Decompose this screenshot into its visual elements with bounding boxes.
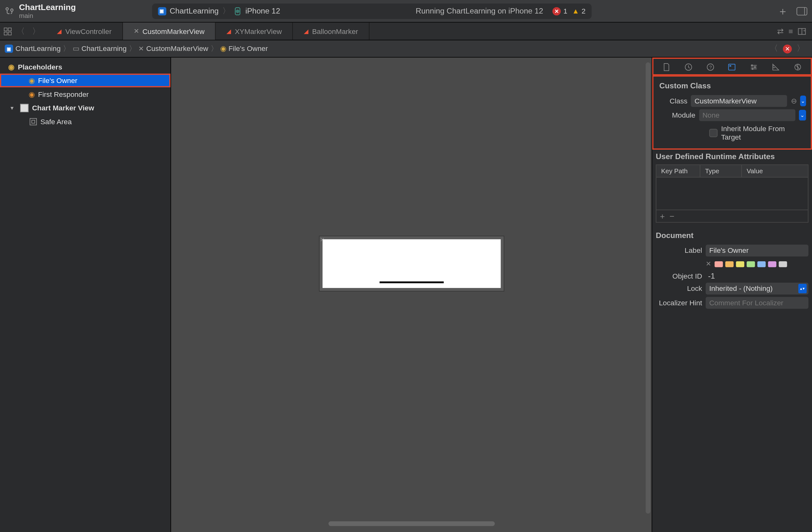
connections-inspector-tab[interactable] <box>792 61 803 73</box>
remove-attr-button[interactable]: − <box>669 211 674 221</box>
issue-badge[interactable]: ✕ <box>783 44 792 53</box>
outline-chart-marker-view[interactable]: ▾ Chart Marker View <box>0 101 171 115</box>
color-swatch[interactable] <box>746 261 755 267</box>
canvas-horizontal-scrollbar[interactable] <box>328 521 495 526</box>
warning-count: 2 <box>581 7 585 15</box>
inspector-panel: ? Custom Class Class <box>652 58 812 532</box>
crumb-separator: 〉 <box>61 44 73 54</box>
disclosure-icon[interactable]: ▾ <box>11 105 17 111</box>
scheme-status-bar[interactable]: ▣ ChartLearning 〉 iPhone 12 Running Char… <box>152 3 592 18</box>
crumb-file[interactable]: ✕ CustomMarkerView <box>139 45 208 53</box>
size-inspector-tab[interactable] <box>770 61 782 73</box>
lock-select[interactable]: Inherited - (Nothing) ▴▾ <box>706 283 809 295</box>
ib-view-container[interactable]: ✕ <box>319 236 504 292</box>
outline-label: First Responder <box>38 90 89 98</box>
device-icon <box>233 7 242 15</box>
error-count: 1 <box>563 7 567 15</box>
add-button[interactable]: ＋ <box>778 4 788 18</box>
xib-icon: ✕ <box>134 27 139 35</box>
cube-icon: ◉ <box>29 90 34 98</box>
class-dropdown-button[interactable]: ⌄ <box>800 95 806 106</box>
attributes-inspector-tab[interactable] <box>748 61 760 73</box>
localizer-hint-input[interactable] <box>706 297 809 309</box>
label-color-swatches: ✕ <box>652 258 812 270</box>
crumb-project[interactable]: ▣ ChartLearning <box>5 45 61 53</box>
svg-point-15 <box>754 66 756 68</box>
crumb-label: CustomMarkerView <box>146 45 208 53</box>
outline-files-owner[interactable]: ◉ File's Owner <box>0 74 171 87</box>
module-input[interactable] <box>699 109 795 121</box>
no-color-button[interactable]: ✕ <box>706 260 711 268</box>
identity-inspector-tab[interactable] <box>726 61 738 73</box>
nav-back[interactable]: 〈 <box>14 26 27 36</box>
cube-icon: ◉ <box>220 45 226 53</box>
lock-label: Lock <box>656 284 702 293</box>
related-items-icon[interactable] <box>3 27 12 35</box>
history-inspector-tab[interactable] <box>682 61 694 73</box>
svg-rect-5 <box>8 32 11 34</box>
color-swatch[interactable] <box>714 261 723 267</box>
svg-rect-2 <box>4 28 7 30</box>
nav-forward[interactable]: 〉 <box>30 26 43 36</box>
folder-icon: ▭ <box>73 45 79 53</box>
file-inspector-tab[interactable] <box>661 61 673 73</box>
module-dropdown-button[interactable]: ⌄ <box>799 110 806 120</box>
document-outline: ◉ Placeholders ◉ File's Owner ◉ First Re… <box>0 58 171 532</box>
cube-icon: ◉ <box>8 62 14 71</box>
color-swatch[interactable] <box>779 261 787 267</box>
scheme-device: iPhone 12 <box>245 6 280 15</box>
adjust-icon[interactable]: ≡ <box>788 27 793 35</box>
tab-xymarkerview[interactable]: ◢ XYMarkerView <box>216 23 293 40</box>
crumb-group[interactable]: ▭ ChartLearning <box>73 45 127 53</box>
object-id-label: Object ID <box>656 272 702 280</box>
tab-label: CustomMarkerView <box>143 27 204 35</box>
run-status: Running ChartLearning on iPhone 12 <box>416 6 543 15</box>
lock-value: Inherited - (Nothing) <box>709 284 773 293</box>
crumb-label: ChartLearning <box>15 45 61 53</box>
object-id-value: -1 <box>706 271 715 280</box>
runtime-attrs-body[interactable] <box>656 178 808 210</box>
toggle-panels-icon[interactable] <box>797 7 807 15</box>
canvas-vertical-scrollbar[interactable] <box>646 62 650 514</box>
tab-label: XYMarkerView <box>235 27 282 35</box>
project-icon: ▣ <box>5 45 13 53</box>
interface-builder-canvas[interactable]: ✕ <box>171 58 652 532</box>
xib-icon: ✕ <box>139 45 144 53</box>
chart-marker-view-preview[interactable] <box>322 239 501 288</box>
crumb-prev[interactable]: 〈 <box>767 43 781 54</box>
inherit-module-label: Inherit Module From Target <box>721 125 806 142</box>
svg-rect-13 <box>729 65 731 66</box>
svg-text:?: ? <box>709 64 712 70</box>
clear-icon[interactable]: ⊖ <box>791 96 797 106</box>
outline-label: File's Owner <box>38 76 77 85</box>
add-attr-button[interactable]: + <box>660 211 665 221</box>
crumb-next[interactable]: 〉 <box>794 43 807 54</box>
help-inspector-tab[interactable]: ? <box>705 61 716 73</box>
doc-label-input[interactable] <box>706 245 809 256</box>
warning-icon[interactable]: ▲ <box>572 7 579 15</box>
project-info[interactable]: ChartLearning main <box>19 3 76 19</box>
class-input[interactable] <box>691 95 787 107</box>
color-swatch[interactable] <box>725 261 734 267</box>
inherit-module-checkbox[interactable] <box>709 129 717 137</box>
tab-custommarkerview[interactable]: ✕ CustomMarkerView <box>123 23 216 40</box>
error-icon[interactable]: ✕ <box>553 7 561 15</box>
outline-first-responder[interactable]: ◉ First Responder <box>0 87 171 101</box>
col-type[interactable]: Type <box>700 165 742 177</box>
outline-placeholders[interactable]: ◉ Placeholders <box>0 60 171 74</box>
localizer-hint-label: Localizer Hint <box>656 299 702 307</box>
select-arrows-icon: ▴▾ <box>798 284 807 293</box>
tab-viewcontroller[interactable]: ◢ ViewController <box>46 23 122 40</box>
outline-safe-area[interactable]: Safe Area <box>0 115 171 128</box>
color-swatch[interactable] <box>736 261 744 267</box>
tab-balloonmarker[interactable]: ◢ BalloonMarker <box>293 23 369 40</box>
class-label: Class <box>659 97 687 105</box>
col-keypath[interactable]: Key Path <box>656 165 700 177</box>
add-editor-icon[interactable]: + <box>798 27 806 35</box>
col-value[interactable]: Value <box>742 165 808 177</box>
color-swatch[interactable] <box>768 261 776 267</box>
module-label: Module <box>659 111 695 119</box>
crumb-object[interactable]: ◉ File's Owner <box>220 45 268 53</box>
color-swatch[interactable] <box>757 261 766 267</box>
refresh-icon[interactable]: ⇄ <box>777 27 784 35</box>
